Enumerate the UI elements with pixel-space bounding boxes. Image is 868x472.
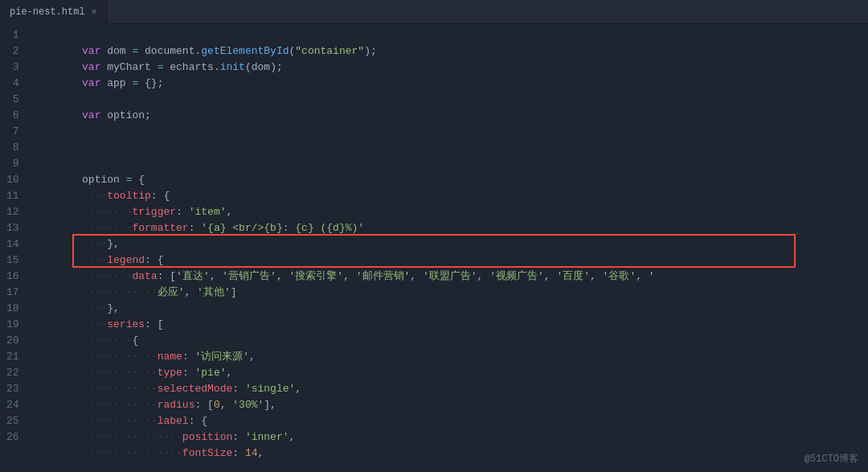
tab-close-button[interactable]: × — [92, 7, 97, 17]
code-line-12: ········formatter: '{a} <br/>{b}: {c} ({… — [32, 204, 868, 220]
code-line-3: var app = {}; — [32, 60, 868, 76]
code-line-26: ················fontSize: 14, — [32, 429, 868, 445]
code-line-11: ········trigger: 'item', — [32, 188, 868, 204]
code-line-7 — [32, 124, 868, 140]
tab-filename: pie-nest.html — [10, 6, 85, 18]
code-line-2: var myChart = echarts.init(dom); — [32, 43, 868, 60]
code-line-18: ····series: [ — [32, 301, 868, 317]
code-line-14: ····legend: { — [32, 236, 868, 252]
code-line-21: ············type: 'pie', — [32, 349, 868, 365]
line-numbers: 1 2 3 4 5 6 7 8 9 10 11 12 13 14 15 16 1… — [0, 24, 26, 472]
code-line-25: ················position: 'inner', — [32, 413, 868, 429]
code-line-24: ············label: { — [32, 397, 868, 413]
code-line-16: ············必应', '其他'] — [32, 269, 868, 285]
code-content[interactable]: var dom = document.getElementById("conta… — [26, 24, 868, 472]
code-line-22: ············selectedMode: 'single', — [32, 365, 868, 381]
tab-bar: pie-nest.html × — [0, 0, 868, 24]
file-tab[interactable]: pie-nest.html × — [0, 0, 107, 24]
code-line-23: ············radius: [0, '30%'], — [32, 381, 868, 397]
watermark: @51CTO博客 — [805, 452, 858, 466]
code-line-17: ····}, — [32, 285, 868, 301]
code-line-9: option = { — [32, 156, 868, 172]
code-line-10: ····tooltip: { — [32, 172, 868, 188]
code-line-15: ········data: ['直达', '营销广告', '搜索引擎', '邮件… — [32, 252, 868, 269]
code-line-8 — [32, 140, 868, 156]
editor-container: pie-nest.html × 1 2 3 4 5 6 7 8 9 10 11 … — [0, 0, 868, 472]
code-line-13: ····}, — [32, 220, 868, 236]
code-line-1: var dom = document.getElementById("conta… — [32, 27, 868, 43]
code-line-5: var option; — [32, 92, 868, 108]
code-area: 1 2 3 4 5 6 7 8 9 10 11 12 13 14 15 16 1… — [0, 24, 868, 472]
code-line-19: ········{ — [32, 317, 868, 333]
code-line-6 — [32, 108, 868, 124]
code-line-20: ············name: '访问来源', — [32, 333, 868, 349]
code-line-4 — [32, 76, 868, 92]
